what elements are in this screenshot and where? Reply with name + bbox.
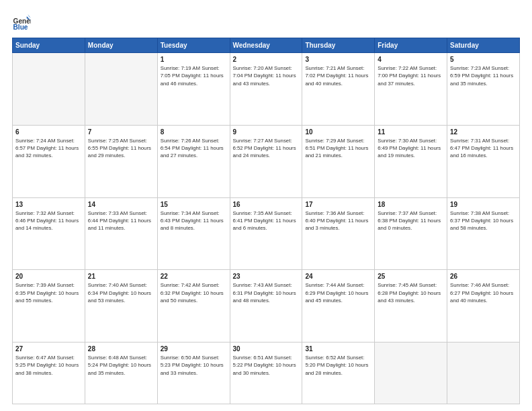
day-number: 14 [88,201,154,208]
day-info: Sunrise: 7:24 AM Sunset: 6:57 PM Dayligh… [15,137,82,160]
day-number: 25 [378,273,444,280]
calendar-cell: 3Sunrise: 7:21 AM Sunset: 7:02 PM Daylig… [302,53,375,126]
day-info: Sunrise: 6:48 AM Sunset: 5:24 PM Dayligh… [88,354,154,377]
calendar-cell: 8Sunrise: 7:26 AM Sunset: 6:54 PM Daylig… [157,125,230,197]
day-of-week-header: Saturday [447,38,520,53]
day-info: Sunrise: 6:51 AM Sunset: 5:22 PM Dayligh… [233,354,300,377]
day-number: 7 [88,128,154,136]
day-number: 22 [161,273,227,280]
day-number: 30 [233,345,300,353]
day-number: 12 [450,128,517,136]
calendar-cell [447,342,520,404]
day-number: 28 [88,345,154,353]
day-info: Sunrise: 7:45 AM Sunset: 6:28 PM Dayligh… [378,281,444,304]
day-number: 1 [161,56,227,63]
calendar-cell: 14Sunrise: 7:33 AM Sunset: 6:44 PM Dayli… [85,197,157,270]
calendar-cell: 30Sunrise: 6:51 AM Sunset: 5:22 PM Dayli… [230,342,302,404]
day-info: Sunrise: 6:50 AM Sunset: 5:23 PM Dayligh… [161,354,227,377]
day-info: Sunrise: 7:33 AM Sunset: 6:44 PM Dayligh… [88,210,154,232]
calendar-cell: 28Sunrise: 6:48 AM Sunset: 5:24 PM Dayli… [85,342,157,404]
day-number: 19 [450,201,517,208]
day-number: 27 [15,345,82,353]
day-info: Sunrise: 6:47 AM Sunset: 5:25 PM Dayligh… [15,354,82,377]
calendar-cell: 18Sunrise: 7:37 AM Sunset: 6:38 PM Dayli… [375,197,447,270]
calendar-header-row: SundayMondayTuesdayWednesdayThursdayFrid… [13,38,520,53]
day-of-week-header: Wednesday [230,38,302,53]
calendar-cell: 27Sunrise: 6:47 AM Sunset: 5:25 PM Dayli… [13,342,85,404]
day-number: 4 [378,56,444,63]
day-info: Sunrise: 7:38 AM Sunset: 6:37 PM Dayligh… [450,210,517,232]
calendar-cell: 21Sunrise: 7:40 AM Sunset: 6:34 PM Dayli… [85,270,157,342]
logo-icon: General Blue [12,12,31,31]
day-info: Sunrise: 7:19 AM Sunset: 7:05 PM Dayligh… [161,64,227,87]
calendar-cell: 20Sunrise: 7:39 AM Sunset: 6:35 PM Dayli… [13,270,85,342]
day-number: 2 [233,56,300,63]
day-number: 20 [15,273,82,280]
calendar-body: 1Sunrise: 7:19 AM Sunset: 7:05 PM Daylig… [13,53,520,404]
calendar-cell [13,53,85,126]
header: General Blue [12,12,520,31]
day-info: Sunrise: 7:29 AM Sunset: 6:51 PM Dayligh… [305,137,371,160]
svg-text:Blue: Blue [13,24,28,31]
calendar-cell: 6Sunrise: 7:24 AM Sunset: 6:57 PM Daylig… [13,125,85,197]
day-info: Sunrise: 6:52 AM Sunset: 5:20 PM Dayligh… [305,354,371,377]
calendar-cell: 25Sunrise: 7:45 AM Sunset: 6:28 PM Dayli… [375,270,447,342]
calendar-cell: 15Sunrise: 7:34 AM Sunset: 6:43 PM Dayli… [157,197,230,270]
day-info: Sunrise: 7:42 AM Sunset: 6:32 PM Dayligh… [161,281,227,304]
day-info: Sunrise: 7:40 AM Sunset: 6:34 PM Dayligh… [88,281,154,304]
day-number: 23 [233,273,300,280]
calendar-cell: 19Sunrise: 7:38 AM Sunset: 6:37 PM Dayli… [447,197,520,270]
day-number: 10 [305,128,371,136]
calendar-cell: 29Sunrise: 6:50 AM Sunset: 5:23 PM Dayli… [157,342,230,404]
day-number: 29 [161,345,227,353]
calendar-cell: 22Sunrise: 7:42 AM Sunset: 6:32 PM Dayli… [157,270,230,342]
day-number: 3 [305,56,371,63]
calendar-cell: 13Sunrise: 7:32 AM Sunset: 6:46 PM Dayli… [13,197,85,270]
calendar-cell: 26Sunrise: 7:46 AM Sunset: 6:27 PM Dayli… [447,270,520,342]
calendar-cell: 4Sunrise: 7:22 AM Sunset: 7:00 PM Daylig… [375,53,447,126]
day-number: 18 [378,201,444,208]
day-info: Sunrise: 7:39 AM Sunset: 6:35 PM Dayligh… [15,281,82,304]
calendar-week-row: 13Sunrise: 7:32 AM Sunset: 6:46 PM Dayli… [13,197,520,270]
day-info: Sunrise: 7:20 AM Sunset: 7:04 PM Dayligh… [233,64,300,87]
day-info: Sunrise: 7:35 AM Sunset: 6:41 PM Dayligh… [233,210,300,232]
day-number: 21 [88,273,154,280]
day-number: 5 [450,56,517,63]
day-info: Sunrise: 7:44 AM Sunset: 6:29 PM Dayligh… [305,281,371,304]
day-of-week-header: Thursday [302,38,375,53]
day-number: 31 [305,345,371,353]
calendar-cell: 11Sunrise: 7:30 AM Sunset: 6:49 PM Dayli… [375,125,447,197]
day-of-week-header: Sunday [13,38,85,53]
day-number: 24 [305,273,371,280]
day-info: Sunrise: 7:37 AM Sunset: 6:38 PM Dayligh… [378,210,444,232]
day-number: 9 [233,128,300,136]
day-of-week-header: Friday [375,38,447,53]
day-info: Sunrise: 7:27 AM Sunset: 6:52 PM Dayligh… [233,137,300,160]
calendar-cell: 9Sunrise: 7:27 AM Sunset: 6:52 PM Daylig… [230,125,302,197]
day-info: Sunrise: 7:21 AM Sunset: 7:02 PM Dayligh… [305,64,371,87]
day-info: Sunrise: 7:22 AM Sunset: 7:00 PM Dayligh… [378,64,444,87]
calendar-week-row: 27Sunrise: 6:47 AM Sunset: 5:25 PM Dayli… [13,342,520,404]
calendar-cell [375,342,447,404]
calendar-cell: 7Sunrise: 7:25 AM Sunset: 6:55 PM Daylig… [85,125,157,197]
day-number: 8 [161,128,227,136]
day-number: 6 [15,128,82,136]
calendar-cell: 12Sunrise: 7:31 AM Sunset: 6:47 PM Dayli… [447,125,520,197]
calendar-cell: 1Sunrise: 7:19 AM Sunset: 7:05 PM Daylig… [157,53,230,126]
calendar-cell: 24Sunrise: 7:44 AM Sunset: 6:29 PM Dayli… [302,270,375,342]
calendar-week-row: 1Sunrise: 7:19 AM Sunset: 7:05 PM Daylig… [13,53,520,126]
calendar-table: SundayMondayTuesdayWednesdayThursdayFrid… [12,38,520,404]
day-number: 26 [450,273,517,280]
calendar-cell: 31Sunrise: 6:52 AM Sunset: 5:20 PM Dayli… [302,342,375,404]
day-info: Sunrise: 7:31 AM Sunset: 6:47 PM Dayligh… [450,137,517,160]
page: General Blue SundayMondayTuesdayWednesda… [0,0,532,411]
day-info: Sunrise: 7:43 AM Sunset: 6:31 PM Dayligh… [233,281,300,304]
calendar-cell [85,53,157,126]
day-number: 15 [161,201,227,208]
day-info: Sunrise: 7:26 AM Sunset: 6:54 PM Dayligh… [161,137,227,160]
calendar-cell: 5Sunrise: 7:23 AM Sunset: 6:59 PM Daylig… [447,53,520,126]
calendar-week-row: 20Sunrise: 7:39 AM Sunset: 6:35 PM Dayli… [13,270,520,342]
day-of-week-header: Monday [85,38,157,53]
calendar-cell: 2Sunrise: 7:20 AM Sunset: 7:04 PM Daylig… [230,53,302,126]
day-number: 13 [15,201,82,208]
